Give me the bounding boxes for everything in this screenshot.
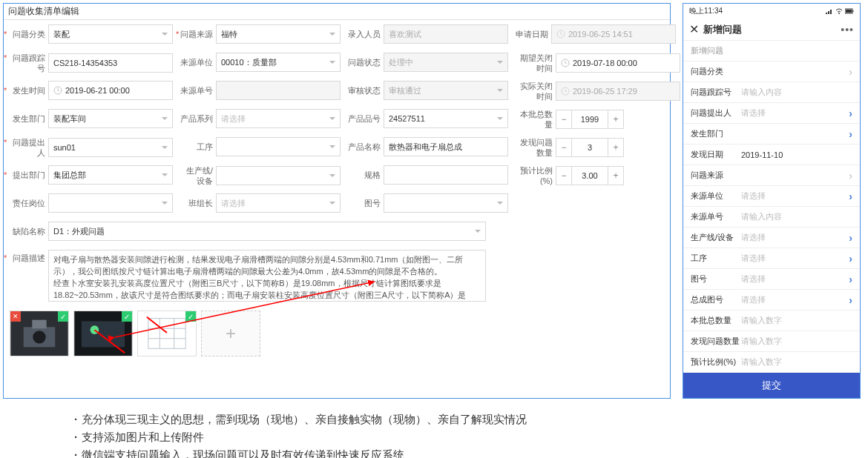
audit-status-select[interactable]: 审核通过 <box>384 81 508 100</box>
label-spec: 规格 <box>348 170 384 180</box>
dept-select[interactable]: 装配车间 <box>48 109 173 128</box>
minus-icon[interactable]: − <box>556 138 572 157</box>
plus-icon[interactable]: + <box>608 138 624 157</box>
mobile-row[interactable]: 发生部门› <box>683 124 860 145</box>
defect-select[interactable]: D1：外观问题 <box>48 222 486 241</box>
label-source: 问题来源 <box>180 29 216 39</box>
mobile-row-label: 生产线/设备 <box>691 232 741 243</box>
label-exp-close: 期望关闭时间 <box>516 53 556 73</box>
chevron-right-icon: › <box>849 273 852 285</box>
chevron-right-icon: › <box>849 170 852 182</box>
label-audit: 审核状态 <box>348 85 384 96</box>
found-stepper[interactable]: − 3 + <box>556 138 624 157</box>
mobile-header: ✕ 新增问题 ••• <box>683 19 860 41</box>
label-line-equip: 生产线/设备 <box>180 165 216 186</box>
minus-icon[interactable]: − <box>556 166 572 185</box>
mobile-row[interactable]: 问题分类› <box>683 62 860 82</box>
close-icon[interactable]: ✕ <box>689 22 699 36</box>
prod-name-field[interactable]: 散热器和电子扇总成 <box>384 137 508 156</box>
line-equip-select[interactable] <box>216 166 341 185</box>
mobile-row[interactable]: 问题跟踪号请输入内容 <box>683 82 860 103</box>
batch-stepper[interactable]: − 1999 + <box>556 110 624 129</box>
mobile-row-label: 问题分类 <box>691 66 741 77</box>
drawing-select[interactable] <box>384 193 508 213</box>
series-select[interactable]: 请选择 <box>216 109 341 128</box>
label-dept: 发生部门 <box>8 113 48 124</box>
spec-field[interactable] <box>384 165 508 185</box>
check-icon: ✓ <box>122 311 132 322</box>
wifi-icon <box>835 7 843 16</box>
plus-icon: + <box>226 323 236 344</box>
caption-list: 充分体现三现主义的思想，需到现场（现地）、亲自接触实物（现物）、亲自了解现实情况… <box>74 411 868 458</box>
add-attachment-button[interactable]: + <box>201 311 260 356</box>
mobile-row-value: 请选择 <box>741 190 849 202</box>
mobile-row[interactable]: 来源单号请输入内容 <box>683 207 860 228</box>
status-time: 晚上11:34 <box>689 6 723 16</box>
mobile-row[interactable]: 本批总数量请输入数字 <box>683 311 860 331</box>
attachment-thumb[interactable]: ✕ ✓ <box>10 311 69 356</box>
plus-icon[interactable]: + <box>608 166 624 185</box>
prod-no-select[interactable]: 24527511 <box>384 109 508 128</box>
delete-badge-icon[interactable]: ✕ <box>10 311 21 322</box>
happen-time-field[interactable]: 2019-06-21 00:00 <box>48 81 173 100</box>
entry-person-field: 喜欢测试 <box>384 24 508 44</box>
chevron-right-icon: › <box>849 107 852 119</box>
desktop-form-panel: 问题收集清单编辑 问题分类 装配 问题来源 福特 录入人员 喜欢测试 申请日期 … <box>3 3 671 399</box>
status-select[interactable]: 处理中 <box>384 53 508 72</box>
label-desc: 问题描述 <box>8 250 48 263</box>
svg-rect-9 <box>82 322 125 348</box>
label-sub-dept: 提出部门 <box>8 170 48 180</box>
mobile-row[interactable]: 生产线/设备请选择› <box>683 228 860 248</box>
label-happen: 发生时间 <box>8 85 48 96</box>
mobile-row-label: 图号 <box>691 273 741 285</box>
process-select[interactable] <box>216 137 341 156</box>
tracking-input[interactable]: CS218-14354353 <box>48 53 173 73</box>
label-defect: 缺陷名称 <box>8 226 48 236</box>
svg-point-7 <box>33 331 45 343</box>
label-apply-date: 申请日期 <box>516 29 551 39</box>
mobile-row-value: 2019-11-10 <box>741 150 852 159</box>
label-entry: 录入人员 <box>348 29 384 39</box>
mobile-row[interactable]: 总成图号请选择› <box>683 290 860 311</box>
label-resp-post: 责任岗位 <box>8 198 48 208</box>
mobile-row[interactable]: 发现日期2019-11-10 <box>683 145 860 165</box>
label-tracking: 问题跟踪号 <box>8 53 48 73</box>
more-icon[interactable]: ••• <box>841 24 854 36</box>
mobile-row[interactable]: 问题来源› <box>683 165 860 186</box>
resp-post-select[interactable] <box>48 193 173 213</box>
sub-dept-select[interactable]: 集团总部 <box>48 165 173 185</box>
attachment-thumb[interactable]: ✓ <box>73 311 133 356</box>
mobile-row-label: 来源单位 <box>691 190 741 202</box>
mobile-row[interactable]: 来源单位请选择› <box>683 186 860 207</box>
est-pct-stepper[interactable]: − 3.00 + <box>556 166 624 185</box>
mobile-row[interactable]: 图号请选择› <box>683 269 860 290</box>
description-textarea[interactable] <box>48 250 486 302</box>
mobile-title: 新增问题 <box>703 23 841 36</box>
minus-icon[interactable]: − <box>556 110 572 129</box>
mobile-row-value: 请输入数字 <box>741 315 852 326</box>
caption-item: 支持添加图片和上传附件 <box>74 428 868 446</box>
source-select[interactable]: 福特 <box>216 24 341 44</box>
team-lead-select[interactable]: 请选择 <box>216 193 341 213</box>
attachment-thumb[interactable]: ✓ <box>137 311 197 356</box>
mobile-panel: 晚上11:34 ✕ 新增问题 ••• 新增问题 问题分类›问题跟踪号请输入内容问… <box>683 3 861 399</box>
mobile-row[interactable]: 发现问题数量请输入数字 <box>683 331 860 352</box>
exp-close-field[interactable]: 2019-07-18 00:00 <box>556 53 680 73</box>
submit-button[interactable]: 提交 <box>683 373 860 398</box>
signal-icon <box>826 7 833 16</box>
battery-icon <box>845 7 854 16</box>
label-found: 发现问题数量 <box>516 137 556 158</box>
submitter-select[interactable]: sun01 <box>48 138 173 157</box>
mobile-row[interactable]: 工序请选择› <box>683 248 860 269</box>
plus-icon[interactable]: + <box>608 110 624 129</box>
label-est-pct: 预计比例(%) <box>516 165 556 186</box>
category-select[interactable]: 装配 <box>48 24 173 44</box>
caption-item: 充分体现三现主义的思想，需到现场（现地）、亲自接触实物（现物）、亲自了解现实情况 <box>74 411 868 428</box>
svg-point-21 <box>838 13 840 14</box>
label-category: 问题分类 <box>8 29 48 39</box>
src-unit-select[interactable]: 00010：质量部 <box>216 53 341 72</box>
src-order-field <box>216 81 341 100</box>
mobile-row[interactable]: 问题提出人请选择› <box>683 103 860 124</box>
mobile-row[interactable]: 预计比例(%)请输入数字 <box>683 352 860 373</box>
mobile-row-value: 请输入数字 <box>741 356 852 368</box>
